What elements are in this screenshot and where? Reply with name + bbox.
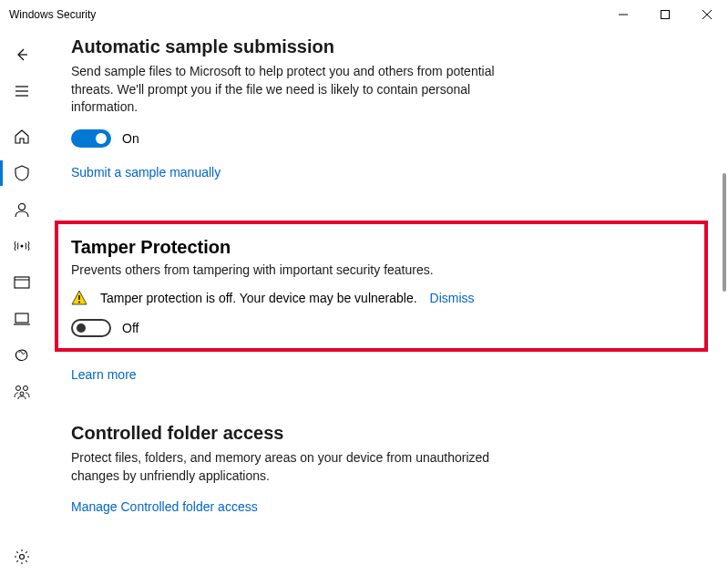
toggle-label: On xyxy=(122,131,139,146)
svg-point-15 xyxy=(24,386,28,391)
section-tamper-protection: Tamper Protection Prevents others from t… xyxy=(71,221,692,384)
sidebar-item-firewall[interactable] xyxy=(0,228,44,264)
sidebar-item-account[interactable] xyxy=(0,191,44,228)
tamper-warning-row: Tamper protection is off. Your device ma… xyxy=(71,290,692,306)
warning-icon xyxy=(71,290,87,306)
svg-point-9 xyxy=(21,245,24,248)
sidebar-item-family[interactable] xyxy=(0,374,44,410)
svg-point-17 xyxy=(20,555,25,560)
section-title: Tamper Protection xyxy=(71,237,692,258)
sidebar-item-app-browser[interactable] xyxy=(0,264,44,301)
window-title: Windows Security xyxy=(9,8,96,21)
warning-text: Tamper protection is off. Your device ma… xyxy=(100,291,417,305)
maximize-button[interactable] xyxy=(644,0,686,29)
svg-rect-12 xyxy=(15,313,28,323)
sidebar-item-virus-protection[interactable] xyxy=(0,155,44,191)
close-button[interactable] xyxy=(686,0,728,29)
tamper-toggle[interactable] xyxy=(71,319,111,337)
sidebar xyxy=(0,29,44,575)
svg-point-19 xyxy=(78,302,80,303)
minimize-button[interactable] xyxy=(602,0,644,29)
menu-button[interactable] xyxy=(0,73,44,109)
svg-point-14 xyxy=(16,386,21,391)
auto-sample-toggle[interactable] xyxy=(71,129,111,148)
section-automatic-sample-submission: Automatic sample submission Send sample … xyxy=(71,36,692,180)
back-button[interactable] xyxy=(0,36,44,73)
svg-point-8 xyxy=(19,204,26,210)
main-content: Automatic sample submission Send sample … xyxy=(44,29,728,575)
svg-rect-1 xyxy=(661,11,670,19)
section-title: Automatic sample submission xyxy=(71,36,692,57)
dismiss-link[interactable]: Dismiss xyxy=(430,291,475,305)
manage-controlled-folder-link[interactable]: Manage Controlled folder access xyxy=(71,499,258,514)
section-title: Controlled folder access xyxy=(71,423,692,444)
sidebar-item-settings[interactable] xyxy=(0,539,44,575)
submit-sample-link[interactable]: Submit a sample manually xyxy=(71,165,220,180)
tamper-highlight: Tamper Protection Prevents others from t… xyxy=(55,221,708,353)
section-description: Prevents others from tampering with impo… xyxy=(71,262,508,280)
section-description: Protect files, folders, and memory areas… xyxy=(71,449,508,485)
learn-more-link[interactable]: Learn more xyxy=(71,367,137,382)
section-controlled-folder-access: Controlled folder access Protect files, … xyxy=(71,423,692,514)
window-controls xyxy=(602,0,728,29)
sidebar-item-device-performance[interactable] xyxy=(0,337,44,374)
sidebar-item-home[interactable] xyxy=(0,118,44,155)
toggle-label: Off xyxy=(122,321,138,335)
sidebar-item-device-security[interactable] xyxy=(0,301,44,337)
scrollbar[interactable] xyxy=(723,173,726,292)
titlebar: Windows Security xyxy=(0,0,728,29)
section-description: Send sample files to Microsoft to help p… xyxy=(71,63,508,117)
svg-rect-10 xyxy=(15,277,29,288)
svg-point-16 xyxy=(20,392,24,395)
